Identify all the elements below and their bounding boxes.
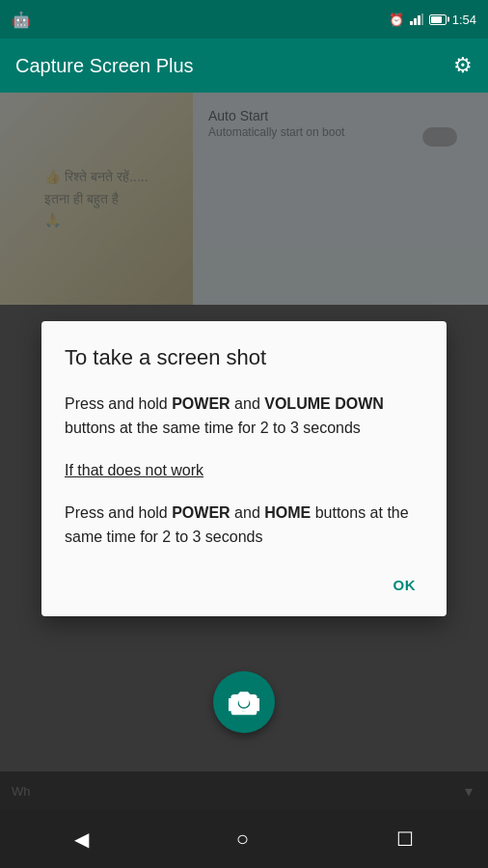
instruction1-text: Press and hold POWER and VOLUME DOWN but… bbox=[65, 395, 384, 437]
app-title: Capture Screen Plus bbox=[15, 55, 194, 77]
status-bar: 🤖 ⏰ 1:54 bbox=[0, 0, 488, 39]
app-toolbar: Capture Screen Plus ⚙ bbox=[0, 39, 488, 93]
dialog-body: Press and hold POWER and VOLUME DOWN but… bbox=[65, 392, 423, 550]
svg-rect-2 bbox=[418, 15, 420, 25]
back-button[interactable]: ◀ bbox=[74, 827, 89, 851]
svg-rect-0 bbox=[410, 21, 413, 25]
if-that-does-not-work-link[interactable]: If that does not work bbox=[65, 458, 203, 483]
recents-button[interactable]: ☐ bbox=[396, 827, 414, 851]
svg-rect-1 bbox=[414, 18, 417, 25]
android-face-icon: 🤖 bbox=[12, 11, 31, 29]
navigation-bar: ◀ ○ ☐ bbox=[0, 810, 488, 868]
svg-rect-3 bbox=[421, 14, 423, 25]
ok-button[interactable]: OK bbox=[386, 569, 424, 601]
status-bar-left: 🤖 bbox=[12, 11, 31, 29]
content-wrapper: 👍 रिश्ते बनते रहें..... इतना ही बहुत है … bbox=[0, 93, 488, 810]
home-button[interactable]: ○ bbox=[236, 827, 249, 852]
signal-icon bbox=[410, 14, 423, 25]
screenshot-dialog: To take a screen shot Press and hold POW… bbox=[41, 321, 447, 616]
alarm-icon: ⏰ bbox=[389, 13, 404, 27]
settings-icon[interactable]: ⚙ bbox=[453, 53, 473, 78]
battery-icon bbox=[429, 14, 447, 25]
dialog-title: To take a screen shot bbox=[65, 344, 423, 372]
dialog-backdrop: To take a screen shot Press and hold POW… bbox=[0, 185, 488, 752]
instruction2-text: Press and hold POWER and HOME buttons at… bbox=[65, 504, 409, 546]
time-display: 1:54 bbox=[452, 13, 476, 27]
dialog-actions: OK bbox=[65, 569, 423, 601]
status-bar-right: ⏰ 1:54 bbox=[389, 13, 476, 27]
